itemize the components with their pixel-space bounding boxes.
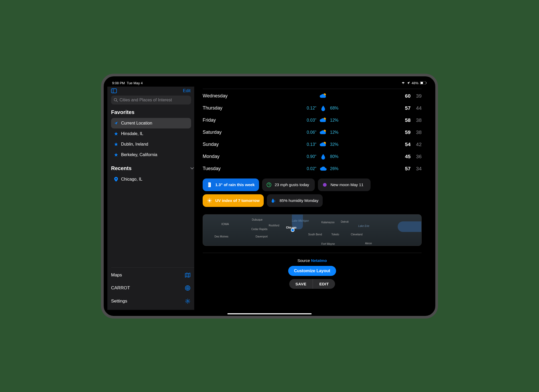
- map-city-label: Davenport: [256, 235, 268, 238]
- map-city-label: Cleveland: [351, 233, 362, 236]
- forecast-row[interactable]: Saturday0.06"12%5938: [203, 126, 422, 138]
- ruler-icon: [207, 182, 212, 187]
- temp-low: 36: [411, 154, 422, 160]
- precip-block: 0.02"26%: [255, 165, 390, 172]
- carrot-icon: [185, 285, 191, 291]
- temp-high: 58: [390, 117, 411, 123]
- card-rain-week[interactable]: 1.3" of rain this week: [203, 178, 259, 191]
- nav-maps[interactable]: Maps: [111, 269, 194, 281]
- card-gusts[interactable]: 23 mph gusts today: [262, 178, 315, 191]
- battery-icon: [420, 81, 427, 85]
- weather-icon: [320, 92, 327, 100]
- star-icon: [114, 142, 118, 146]
- precip-amount: 0.03": [303, 118, 316, 123]
- temp-low: 42: [411, 142, 422, 147]
- location-arrow-icon: [114, 121, 118, 125]
- precip-amount: 0.13": [303, 142, 316, 147]
- weather-icon: [320, 105, 327, 112]
- chevron-down-icon: [190, 167, 194, 170]
- card-uv[interactable]: UV index of 7 tomorrow: [203, 194, 264, 207]
- precip-percent: 68%: [330, 106, 342, 111]
- sidebar-item-chicago[interactable]: Chicago, IL: [111, 174, 191, 185]
- svg-rect-1: [426, 82, 427, 84]
- sidebar-item-label: Hinsdale, IL: [121, 131, 143, 136]
- map-city-label: Fort Wayne: [321, 242, 335, 245]
- sidebar-item-berkeley[interactable]: Berkeley, California: [111, 150, 191, 160]
- day-name: Saturday: [203, 130, 255, 135]
- forecast-row[interactable]: Tuesday0.02"26%5734: [203, 163, 422, 175]
- footer: Source Netatmo Customize Layout SAVE EDI…: [203, 253, 422, 289]
- sidebar-item-label: Berkeley, California: [121, 152, 157, 157]
- map-city-label: Lake Erie: [358, 225, 369, 227]
- svg-point-7: [116, 178, 117, 179]
- precip-block: 0.90"80%: [255, 153, 390, 160]
- weather-icon: [320, 153, 327, 160]
- map-city-label: Rockford: [269, 224, 279, 227]
- svg-point-10: [187, 300, 188, 302]
- day-name: Sunday: [203, 142, 255, 147]
- map-city-label: Cedar Rapids: [251, 228, 267, 231]
- svg-rect-2: [421, 82, 423, 84]
- search-input[interactable]: [119, 98, 188, 102]
- wind-icon: [266, 182, 272, 187]
- search-box[interactable]: [111, 96, 191, 105]
- recents-header[interactable]: Recents: [111, 164, 194, 174]
- temp-high: 60: [390, 93, 411, 99]
- temp-low: 39: [411, 93, 422, 99]
- weather-map[interactable]: IOWADubuqueRockfordCedar RapidsDavenport…: [203, 214, 422, 246]
- edit-layout-button[interactable]: EDIT: [313, 279, 335, 289]
- sidebar-item-current-location[interactable]: Current Location: [111, 118, 191, 128]
- home-indicator[interactable]: [227, 313, 312, 314]
- temp-high: 59: [390, 130, 411, 135]
- precip-block: 0.06"12%: [255, 129, 390, 136]
- precip-percent: 80%: [330, 154, 342, 159]
- save-button[interactable]: SAVE: [289, 279, 313, 289]
- svg-line-28: [211, 199, 211, 199]
- forecast-row[interactable]: Sunday0.13"32%5442: [203, 138, 422, 151]
- sidebar-toggle-icon[interactable]: [111, 88, 117, 93]
- gear-icon: [185, 298, 191, 304]
- nav-settings[interactable]: Settings: [111, 295, 194, 308]
- source-link[interactable]: Netatmo: [311, 258, 327, 263]
- star-icon: [114, 153, 118, 157]
- nav-carrot[interactable]: CARROT: [111, 281, 194, 295]
- humidity-icon: [271, 198, 276, 203]
- battery-percent: 48%: [412, 81, 418, 85]
- precip-block: 0.12"68%: [255, 105, 390, 112]
- forecast-row[interactable]: Monday0.90"80%4536: [203, 151, 422, 163]
- new-moon-icon: [322, 182, 327, 187]
- source-line: Source Netatmo: [203, 258, 422, 263]
- search-icon: [114, 98, 118, 102]
- divider: [203, 89, 422, 89]
- weather-icon: [320, 117, 327, 124]
- precip-amount: 0.02": [303, 166, 316, 171]
- card-humidity[interactable]: 85% humidity Monday: [267, 194, 323, 207]
- precip-percent: 26%: [330, 166, 342, 171]
- sidebar-item-dublin[interactable]: Dublin, Ireland: [111, 139, 191, 150]
- ipad-frame: 9:08 PM Tue May 4 48% Edit: [101, 74, 438, 319]
- card-moon[interactable]: New moon May 11: [318, 178, 371, 191]
- precip-amount: 0.90": [303, 154, 316, 159]
- forecast-row[interactable]: Thursday0.12"68%5744: [203, 102, 422, 114]
- map-current-pin: [291, 228, 295, 232]
- day-name: Friday: [203, 117, 255, 123]
- weather-icon: [320, 129, 327, 136]
- forecast-row[interactable]: Wednesday6039: [203, 90, 422, 102]
- svg-line-26: [208, 199, 208, 199]
- precip-amount: 0.12": [303, 106, 316, 111]
- temp-high: 54: [390, 142, 411, 147]
- precip-block: 0.13"32%: [255, 141, 390, 148]
- weather-icon: [320, 165, 327, 172]
- map-city-label: Des Moines: [214, 235, 228, 238]
- customize-layout-button[interactable]: Customize Layout: [288, 266, 336, 276]
- forecast-list: Wednesday6039Thursday0.12"68%5744Friday0…: [203, 90, 422, 175]
- status-right: 48%: [401, 81, 427, 85]
- edit-button[interactable]: Edit: [183, 88, 191, 93]
- day-name: Wednesday: [203, 93, 255, 99]
- temp-high: 57: [390, 166, 411, 172]
- star-icon: [114, 132, 118, 136]
- forecast-row[interactable]: Friday0.03"12%5838: [203, 114, 422, 126]
- temp-high: 57: [390, 105, 411, 111]
- sidebar-item-hinsdale[interactable]: Hinsdale, IL: [111, 128, 191, 139]
- day-name: Monday: [203, 154, 255, 159]
